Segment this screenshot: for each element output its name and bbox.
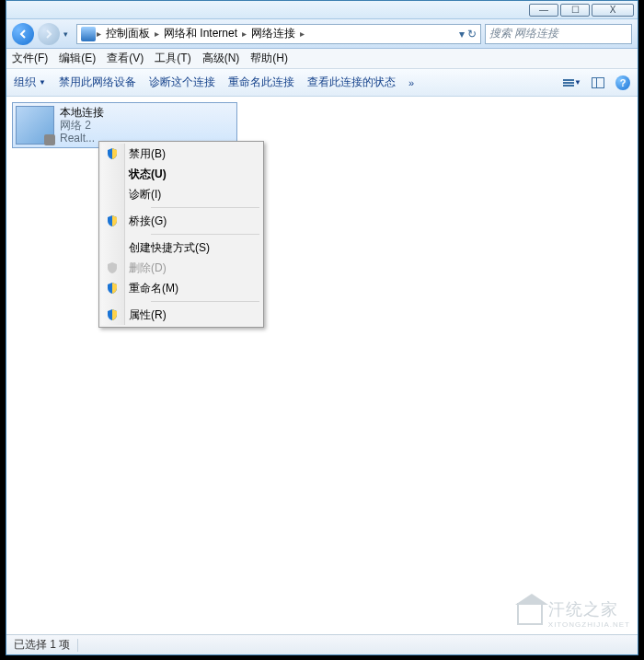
- menu-file[interactable]: 文件(F): [12, 51, 48, 66]
- breadcrumb[interactable]: ▸ 控制面板 ▸ 网络和 Internet ▸ 网络连接 ▸ ▾ ↻: [76, 24, 481, 44]
- separator: [151, 301, 259, 302]
- ctx-diagnose[interactable]: 诊断(I): [101, 184, 261, 204]
- context-menu: 禁用(B) 状态(U) 诊断(I) 桥接(G) 创建快捷方式(S): [98, 141, 264, 328]
- connection-network: 网络 2: [60, 119, 104, 132]
- search-placeholder: 搜索 网络连接: [489, 26, 558, 41]
- menu-advanced[interactable]: 高级(N): [202, 51, 240, 66]
- explorer-window: — ☐ X ▾ ▸ 控制面板 ▸ 网络和 Internet ▸ 网络连接 ▸ ▾…: [6, 0, 638, 655]
- diagnose-button[interactable]: 诊断这个连接: [149, 75, 215, 90]
- help-button[interactable]: ?: [615, 75, 630, 90]
- shield-icon: [106, 308, 119, 321]
- preview-pane-button[interactable]: [590, 75, 606, 91]
- network-adapter-icon: [16, 106, 54, 145]
- separator: [151, 207, 259, 208]
- location-icon: [81, 27, 96, 41]
- statusbar: 已选择 1 项: [6, 634, 638, 654]
- crumb-control-panel[interactable]: 控制面板: [102, 26, 154, 41]
- shield-icon: [106, 147, 119, 160]
- menu-tools[interactable]: 工具(T): [155, 51, 190, 66]
- overflow-button[interactable]: »: [408, 77, 412, 88]
- house-icon: [517, 603, 543, 625]
- chevron-icon[interactable]: ▸: [300, 29, 305, 39]
- crumb-network-connections[interactable]: 网络连接: [247, 26, 299, 41]
- shield-icon: [106, 261, 119, 274]
- menu-edit[interactable]: 编辑(E): [59, 51, 96, 66]
- ctx-properties[interactable]: 属性(R): [101, 305, 261, 325]
- maximize-button[interactable]: ☐: [560, 4, 590, 17]
- organize-button[interactable]: 组织▼: [14, 75, 46, 90]
- address-dropdown[interactable]: ▾: [459, 28, 465, 41]
- ctx-delete: 删除(D): [101, 258, 261, 278]
- minimize-button[interactable]: —: [529, 4, 558, 17]
- menu-help[interactable]: 帮助(H): [250, 51, 288, 66]
- menu-view[interactable]: 查看(V): [107, 51, 144, 66]
- chevron-icon[interactable]: ▸: [97, 29, 101, 39]
- ctx-rename[interactable]: 重命名(M): [101, 278, 261, 298]
- search-input[interactable]: 搜索 网络连接: [485, 24, 632, 44]
- chevron-icon[interactable]: ▸: [155, 29, 159, 39]
- watermark-title: 汗统之家: [548, 600, 618, 619]
- connection-name: 本地连接: [60, 106, 104, 119]
- connection-adapter: Realt...: [60, 132, 104, 145]
- shield-icon: [106, 282, 119, 295]
- view-mode-button[interactable]: ▼: [564, 75, 581, 91]
- ctx-create-shortcut[interactable]: 创建快捷方式(S): [101, 237, 261, 258]
- separator: [151, 234, 259, 235]
- refresh-button[interactable]: ↻: [467, 28, 477, 41]
- ctx-disable[interactable]: 禁用(B): [101, 144, 261, 164]
- address-bar: ▾ ▸ 控制面板 ▸ 网络和 Internet ▸ 网络连接 ▸ ▾ ↻ 搜索 …: [6, 19, 638, 49]
- back-button[interactable]: [12, 23, 34, 45]
- close-button[interactable]: X: [592, 4, 634, 17]
- watermark: 汗统之家 XITONGZHIJIA.NET: [517, 598, 630, 629]
- menubar: 文件(F) 编辑(E) 查看(V) 工具(T) 高级(N) 帮助(H): [6, 49, 638, 69]
- crumb-network-internet[interactable]: 网络和 Internet: [160, 26, 241, 41]
- history-dropdown[interactable]: ▾: [63, 29, 73, 39]
- view-status-button[interactable]: 查看此连接的状态: [307, 75, 396, 90]
- disable-device-button[interactable]: 禁用此网络设备: [59, 75, 136, 90]
- watermark-sub: XITONGZHIJIA.NET: [548, 620, 630, 629]
- toolbar: 组织▼ 禁用此网络设备 诊断这个连接 重命名此连接 查看此连接的状态 » ▼ ?: [6, 69, 638, 97]
- ctx-bridge[interactable]: 桥接(G): [101, 211, 261, 231]
- rename-button[interactable]: 重命名此连接: [228, 75, 294, 90]
- ctx-status[interactable]: 状态(U): [101, 164, 261, 184]
- connection-labels: 本地连接 网络 2 Realt...: [60, 106, 104, 145]
- titlebar: — ☐ X: [6, 1, 638, 19]
- forward-button[interactable]: [38, 23, 60, 45]
- status-selected: 已选择 1 项: [14, 637, 70, 653]
- chevron-icon[interactable]: ▸: [242, 29, 247, 39]
- shield-icon: [106, 214, 119, 227]
